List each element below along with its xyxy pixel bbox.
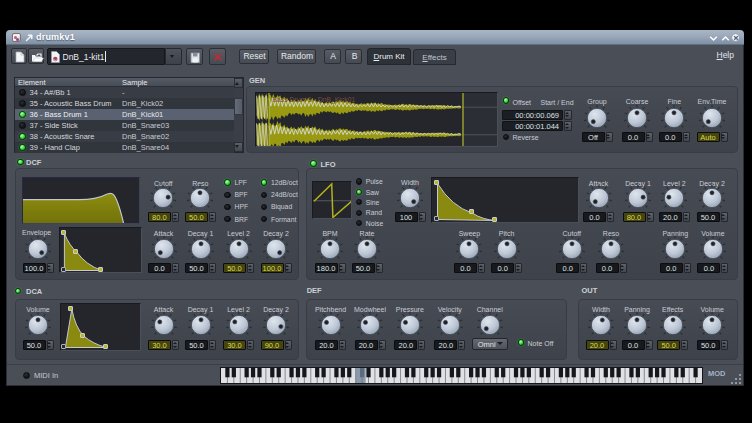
svg-text:Bass Drum 1 - DnB_Kick01: Bass Drum 1 - DnB_Kick01 — [272, 96, 355, 104]
